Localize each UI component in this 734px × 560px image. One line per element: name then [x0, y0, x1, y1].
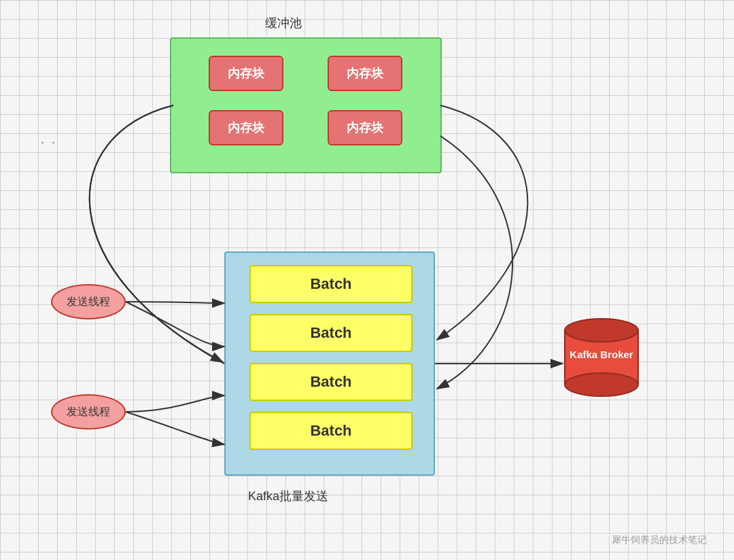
batch-block-2: Batch: [249, 314, 413, 352]
cylinder-top: [564, 318, 639, 343]
memory-block-4: 内存块: [328, 110, 402, 145]
kafka-broker: Kafka Broker: [564, 318, 639, 393]
cylinder-bottom: [564, 372, 639, 397]
watermark-label: 犀牛饲养员的技术笔记: [612, 534, 707, 546]
buffer-pool-box: 内存块 内存块 内存块 内存块: [170, 37, 442, 173]
memory-block-2: 内存块: [328, 56, 402, 91]
send-thread-2: 发送线程: [51, 394, 126, 430]
batch-block-3: Batch: [249, 363, 413, 401]
kafka-batch-label: Kafka批量发送: [248, 488, 328, 504]
broker-label: Kafka Broker: [564, 349, 639, 360]
buffer-pool-label: 缓冲池: [265, 15, 302, 31]
dots-decoration: . .: [41, 133, 57, 147]
batch-block-4: Batch: [249, 412, 413, 450]
batch-container: Batch Batch Batch Batch: [224, 251, 435, 476]
memory-block-3: 内存块: [209, 110, 283, 145]
memory-block-1: 内存块: [209, 56, 283, 91]
send-thread-1: 发送线程: [51, 284, 126, 319]
batch-block-1: Batch: [249, 265, 413, 303]
